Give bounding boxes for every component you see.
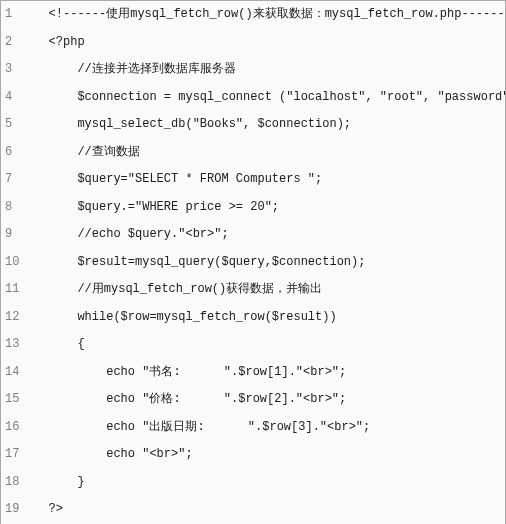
code-text: echo "出版日期: ".$row[3]."<br>"; — [27, 414, 505, 442]
code-line: 3 //连接并选择到数据库服务器 — [1, 56, 505, 84]
code-line: 9 //echo $query."<br>"; — [1, 221, 505, 249]
code-text: <?php — [27, 29, 505, 57]
code-text: echo "<br>"; — [27, 441, 505, 469]
line-number: 12 — [1, 304, 27, 332]
code-line: 4 $connection = mysql_connect ("localhos… — [1, 84, 505, 112]
code-line: 12 while($row=mysql_fetch_row($result)) — [1, 304, 505, 332]
line-number: 15 — [1, 386, 27, 414]
code-line: 15 echo "价格: ".$row[2]."<br>"; — [1, 386, 505, 414]
line-number: 10 — [1, 249, 27, 277]
line-number: 16 — [1, 414, 27, 442]
code-text: $query.="WHERE price >= 20"; — [27, 194, 505, 222]
code-text: //用mysql_fetch_row()获得数据，并输出 — [27, 276, 505, 304]
code-editor: 1 <!------使用mysql_fetch_row()来获取数据：mysql… — [0, 0, 506, 524]
code-line: 16 echo "出版日期: ".$row[3]."<br>"; — [1, 414, 505, 442]
code-text: //查询数据 — [27, 139, 505, 167]
code-text: } — [27, 469, 505, 497]
code-text: $connection = mysql_connect ("localhost"… — [27, 84, 505, 112]
line-number: 1 — [1, 1, 27, 29]
code-line: 6 //查询数据 — [1, 139, 505, 167]
code-text: { — [27, 331, 505, 359]
line-number: 14 — [1, 359, 27, 387]
code-line: 11 //用mysql_fetch_row()获得数据，并输出 — [1, 276, 505, 304]
code-line: 1 <!------使用mysql_fetch_row()来获取数据：mysql… — [1, 1, 505, 29]
code-line: 8 $query.="WHERE price >= 20"; — [1, 194, 505, 222]
line-number: 13 — [1, 331, 27, 359]
code-line: 2 <?php — [1, 29, 505, 57]
line-number: 19 — [1, 496, 27, 524]
line-number: 11 — [1, 276, 27, 304]
code-text: //echo $query."<br>"; — [27, 221, 505, 249]
line-number: 8 — [1, 194, 27, 222]
code-line: 13 { — [1, 331, 505, 359]
code-text: <!------使用mysql_fetch_row()来获取数据：mysql_f… — [27, 1, 505, 29]
line-number: 7 — [1, 166, 27, 194]
code-line: 7 $query="SELECT * FROM Computers "; — [1, 166, 505, 194]
line-number: 18 — [1, 469, 27, 497]
code-line: 10 $result=mysql_query($query,$connectio… — [1, 249, 505, 277]
code-text: $result=mysql_query($query,$connection); — [27, 249, 505, 277]
code-line: 17 echo "<br>"; — [1, 441, 505, 469]
line-number: 17 — [1, 441, 27, 469]
code-text: //连接并选择到数据库服务器 — [27, 56, 505, 84]
code-text: echo "价格: ".$row[2]."<br>"; — [27, 386, 505, 414]
line-number: 9 — [1, 221, 27, 249]
code-line: 19 ?> — [1, 496, 505, 524]
line-number: 2 — [1, 29, 27, 57]
code-text: mysql_select_db("Books", $connection); — [27, 111, 505, 139]
code-text: echo "书名: ".$row[1]."<br>"; — [27, 359, 505, 387]
line-number: 6 — [1, 139, 27, 167]
line-number: 5 — [1, 111, 27, 139]
line-number: 4 — [1, 84, 27, 112]
line-number: 3 — [1, 56, 27, 84]
code-text: ?> — [27, 496, 505, 524]
code-text: $query="SELECT * FROM Computers "; — [27, 166, 505, 194]
code-text: while($row=mysql_fetch_row($result)) — [27, 304, 505, 332]
code-line: 14 echo "书名: ".$row[1]."<br>"; — [1, 359, 505, 387]
code-line: 18 } — [1, 469, 505, 497]
code-line: 5 mysql_select_db("Books", $connection); — [1, 111, 505, 139]
